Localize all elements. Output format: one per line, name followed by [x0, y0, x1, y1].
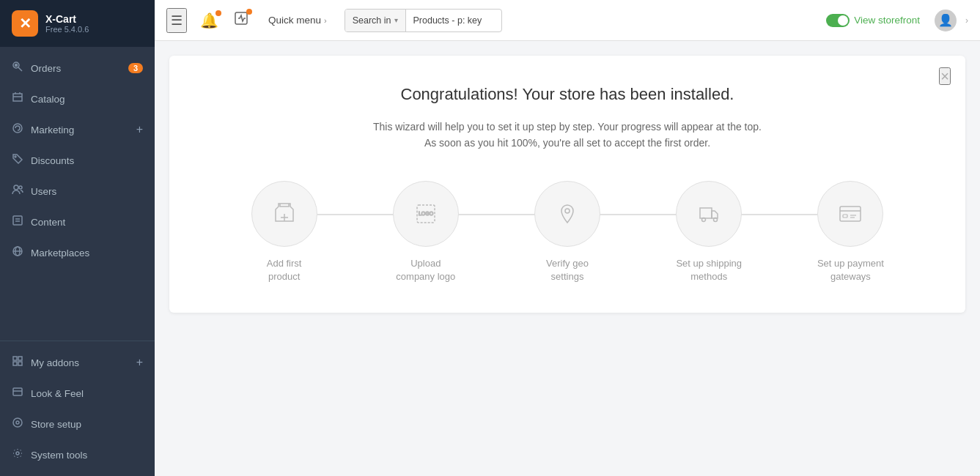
sidebar-item-marketplaces[interactable]: Marketplaces: [0, 237, 155, 268]
welcome-desc-line1: This wizard will help you to set it up s…: [373, 121, 762, 133]
sidebar-item-look-feel-label: Look & Feel: [31, 388, 84, 399]
search-bar: Search in ▾: [345, 9, 502, 32]
step-set-up-payment-circle[interactable]: [817, 181, 883, 247]
notification-dot: [215, 10, 221, 16]
logo-text: X-Cart Free 5.4.0.6: [45, 13, 89, 34]
svg-point-4: [15, 156, 16, 157]
sidebar-item-my-addons-label: My addons: [31, 357, 79, 368]
sidebar-item-marketing[interactable]: Marketing +: [0, 114, 155, 145]
svg-point-5: [14, 185, 18, 190]
sidebar-item-users-label: Users: [31, 186, 56, 197]
sidebar-item-store-setup-label: Store setup: [31, 419, 81, 430]
header: ☰ 🔔 Quick menu › Search in ▾: [155, 0, 980, 41]
step-upload-logo: LOGO Uploadcompany logo: [355, 181, 496, 283]
svg-rect-17: [13, 388, 22, 395]
user-menu-chevron-icon[interactable]: ›: [965, 15, 968, 26]
sidebar-item-catalog-label: Catalog: [31, 94, 65, 105]
search-input[interactable]: [406, 15, 501, 26]
activity-button[interactable]: [229, 7, 254, 33]
upload-logo-icon: LOGO: [411, 199, 441, 228]
sidebar-item-system-tools[interactable]: System tools: [0, 439, 155, 470]
svg-point-19: [13, 418, 22, 427]
view-storefront-button[interactable]: View storefront: [826, 14, 920, 27]
sidebar-item-orders-label: Orders: [31, 63, 61, 74]
hamburger-button[interactable]: ☰: [166, 8, 187, 33]
svg-point-6: [19, 186, 22, 189]
step-add-product-label: Add firstproduct: [267, 257, 302, 283]
step-add-product: Add firstproduct: [213, 181, 355, 283]
addons-plus-icon[interactable]: +: [136, 356, 143, 369]
header-icons: 🔔: [196, 7, 254, 33]
sidebar-item-catalog[interactable]: Catalog: [0, 83, 155, 114]
notifications-button[interactable]: 🔔: [196, 9, 223, 32]
add-product-icon: [270, 199, 299, 228]
welcome-card: × Congratulations! Your store has been i…: [169, 56, 965, 313]
svg-rect-14: [18, 357, 22, 360]
sidebar-item-my-addons[interactable]: My addons +: [0, 347, 155, 378]
step-upload-logo-label: Uploadcompany logo: [396, 257, 455, 283]
search-in-button[interactable]: Search in ▾: [345, 10, 406, 31]
main-content: ☰ 🔔 Quick menu › Search in ▾: [155, 0, 980, 476]
sidebar-item-look-feel[interactable]: Look & Feel: [0, 378, 155, 409]
payment-icon: [836, 199, 865, 228]
sidebar-item-orders[interactable]: Orders 3: [0, 53, 155, 83]
look-feel-icon: [12, 386, 23, 401]
users-icon: [12, 184, 23, 198]
sidebar-item-users[interactable]: Users: [0, 176, 155, 207]
svg-point-27: [565, 209, 570, 213]
sidebar-item-marketplaces-label: Marketplaces: [31, 248, 89, 259]
setup-steps: Add firstproduct LOGO Uploadcompany logo: [213, 181, 921, 283]
step-add-product-circle[interactable]: [251, 181, 317, 247]
sidebar-bottom: My addons + Look & Feel Store setup: [0, 341, 155, 476]
content-area: × Congratulations! Your store has been i…: [155, 41, 980, 476]
marketing-plus-icon[interactable]: +: [136, 123, 143, 136]
quick-menu-label: Quick menu: [268, 15, 321, 26]
svg-point-28: [702, 217, 706, 221]
user-avatar-button[interactable]: 👤: [935, 10, 957, 31]
orders-badge: 3: [128, 63, 143, 73]
sidebar-item-marketing-label: Marketing: [31, 124, 74, 135]
step-set-up-payment: Set up paymentgateways: [780, 181, 921, 283]
svg-rect-30: [840, 207, 861, 221]
sidebar-logo[interactable]: ✕ X-Cart Free 5.4.0.6: [0, 0, 155, 47]
welcome-title: Congratulations! Your store has been ins…: [401, 85, 734, 104]
storefront-toggle[interactable]: [826, 14, 850, 27]
addons-icon: [12, 355, 23, 370]
sidebar-item-content-label: Content: [31, 217, 65, 228]
close-button[interactable]: ×: [939, 67, 951, 85]
svg-rect-16: [18, 362, 22, 365]
quick-menu-button[interactable]: Quick menu ›: [262, 12, 333, 29]
sidebar-item-store-setup[interactable]: Store setup: [0, 409, 155, 439]
marketing-icon: [12, 122, 23, 137]
sidebar-nav: Orders 3 Catalog Marketing +: [0, 47, 155, 341]
content-icon: [12, 215, 23, 229]
activity-dot: [246, 9, 252, 15]
step-upload-logo-circle[interactable]: LOGO: [393, 181, 459, 247]
step-verify-geo-label: Verify geosettings: [546, 257, 589, 283]
welcome-description: This wizard will help you to set it up s…: [373, 119, 762, 152]
step-verify-geo-circle[interactable]: [534, 181, 600, 247]
svg-point-20: [16, 421, 19, 424]
toggle-knob: [838, 15, 848, 26]
sidebar-item-discounts[interactable]: Discounts: [0, 145, 155, 176]
view-storefront-label: View storefront: [854, 15, 920, 26]
catalog-icon: [12, 92, 23, 106]
shipping-icon: [694, 199, 723, 228]
svg-rect-32: [843, 215, 847, 217]
svg-rect-7: [13, 216, 22, 225]
verify-geo-icon: [553, 199, 582, 228]
welcome-desc-line2: As soon as you hit 100%, you're all set …: [424, 137, 710, 149]
marketplaces-icon: [12, 245, 23, 260]
svg-point-21: [16, 452, 19, 455]
system-tools-icon: [12, 447, 23, 462]
sidebar: ✕ X-Cart Free 5.4.0.6 Orders 3 Catalog: [0, 0, 155, 476]
svg-point-3: [13, 124, 22, 133]
svg-text:LOGO: LOGO: [419, 211, 434, 216]
step-set-up-shipping-label: Set up shippingmethods: [676, 257, 742, 283]
step-set-up-shipping-circle[interactable]: [676, 181, 742, 247]
sidebar-item-content[interactable]: Content: [0, 207, 155, 237]
app-version: Free 5.4.0.6: [45, 25, 89, 34]
discounts-icon: [12, 153, 23, 168]
app-name: X-Cart: [45, 13, 89, 25]
svg-point-29: [714, 217, 718, 221]
